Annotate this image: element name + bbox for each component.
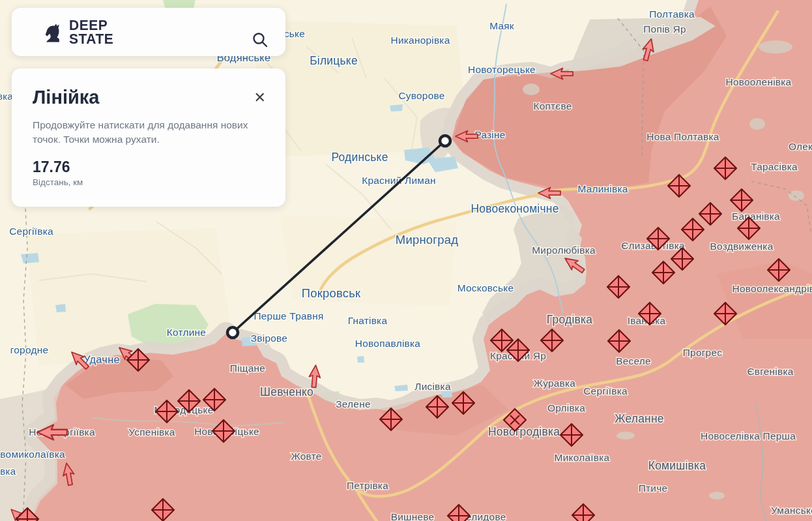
map-label: Успенівка xyxy=(128,426,175,438)
map-label: Суворове xyxy=(398,90,444,101)
map-label: Жовте xyxy=(291,451,321,462)
brand-wordmark: DEEP STATE xyxy=(69,18,113,46)
map-label: Покровськ xyxy=(302,286,361,300)
map-label: Піщане xyxy=(230,363,265,374)
map-label: Новоолександрівка xyxy=(732,283,812,294)
map-label: Новоселівка Перша xyxy=(701,430,796,441)
map-label: городне xyxy=(10,344,48,355)
map-label: Петрівка xyxy=(347,480,388,491)
ruler-panel: Лінійка ✕ Продовжуйте натискати для дода… xyxy=(12,68,285,207)
map-label: Миколаївка xyxy=(555,452,610,463)
map-label: Попів Яр xyxy=(643,23,686,35)
map-label: Звірове xyxy=(251,333,287,344)
map-label: Коптєве xyxy=(533,100,572,112)
map-label: Зелене xyxy=(336,398,371,409)
search-icon xyxy=(252,31,268,48)
map-label: Разіне xyxy=(474,129,505,140)
map-label: Желанне xyxy=(615,412,664,425)
map-label: Прогрес xyxy=(683,347,722,358)
ruler-instruction: Продовжуйте натискати для додавання нови… xyxy=(33,118,261,147)
logo-panel: DEEP STATE xyxy=(12,8,285,56)
map-label: Сергіївка xyxy=(9,226,53,237)
ruler-point-handle[interactable] xyxy=(440,136,450,146)
deepstate-logo-knight-icon xyxy=(42,17,64,47)
ruler-distance-value: 17.76 xyxy=(33,158,70,176)
map-label: Родинське xyxy=(331,151,388,164)
map-label: Новопавлівка xyxy=(355,338,420,349)
map-label: Птиче xyxy=(639,483,668,494)
map-label: Мирноград xyxy=(396,233,458,246)
map-label: Тарасівка xyxy=(751,161,798,172)
close-icon[interactable]: ✕ xyxy=(254,91,266,105)
map-label: Орлівка xyxy=(547,402,585,413)
deepstate-map-app: ПолтавкаМаякНиканорівкаськеБілицькеВодян… xyxy=(0,0,812,521)
brand-line2: STATE xyxy=(69,32,113,46)
map-label: Євгенівка xyxy=(747,366,793,377)
brand-line1: DEEP xyxy=(69,18,113,32)
map-label: Новоекономічне xyxy=(471,202,558,215)
map-label: Миролюбівка xyxy=(532,245,596,256)
map-label: Олекса xyxy=(789,141,812,152)
map-label: Лисівка xyxy=(414,381,451,392)
map-label: Новогродівка xyxy=(488,425,560,438)
map-label: Вишневе xyxy=(391,511,435,521)
map-label: ське xyxy=(284,28,305,39)
map-label: Журавка xyxy=(534,378,576,389)
map-label: Перше Травня xyxy=(254,310,323,321)
map-label: Сергіївка xyxy=(583,385,628,396)
map-label: Малинівка xyxy=(577,183,628,194)
map-label: Полтавка xyxy=(649,8,695,20)
ruler-panel-title: Лінійка xyxy=(33,87,99,108)
map-label: авка xyxy=(0,466,16,477)
ruler-point-handle[interactable] xyxy=(227,327,238,338)
map-label: Білицьке xyxy=(310,54,358,67)
map-label: Новоторецьке xyxy=(468,64,536,75)
map-label: Комишівка xyxy=(648,459,706,472)
map-label: Гнатівка xyxy=(348,315,388,326)
map-label: Баранівка xyxy=(732,211,780,222)
map-label: Новомиколаївка xyxy=(0,449,65,460)
map-label: Уманське xyxy=(771,505,812,516)
search-button[interactable] xyxy=(252,31,268,48)
map-label: Нова Полтавка xyxy=(646,131,719,142)
ruler-distance-unit: Відстань, км xyxy=(33,177,83,187)
map-label: Котлине xyxy=(167,327,206,338)
map-label: Удачне xyxy=(83,353,120,365)
map-label: Московське xyxy=(457,282,514,293)
map-label: Гродівка xyxy=(547,313,592,326)
map-label: Веселе xyxy=(616,355,651,366)
deepstate-brand: DEEP STATE xyxy=(42,17,113,47)
map-label: Новооленівка xyxy=(726,76,792,87)
map-label: Маяк xyxy=(489,20,514,31)
map-label: Никанорівка xyxy=(390,35,450,46)
map-label: Воздвиженка xyxy=(710,241,774,252)
map-label: Шевченко xyxy=(260,385,313,398)
